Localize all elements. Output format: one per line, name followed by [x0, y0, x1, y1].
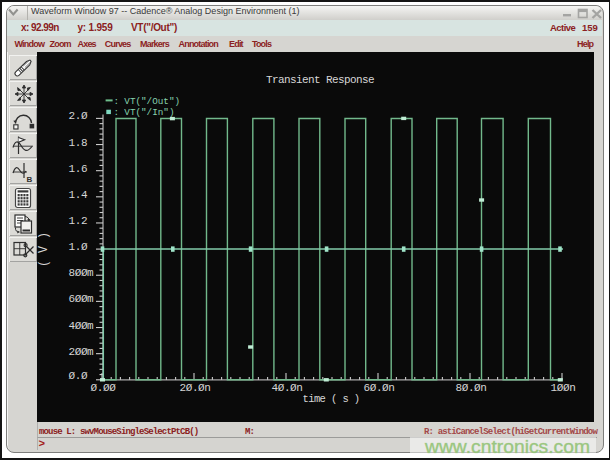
svg-text::: : [114, 107, 120, 118]
svg-text:1.2: 1.2 [69, 215, 88, 227]
svg-text:time ( s ): time ( s ) [302, 393, 359, 405]
svg-text:B: B [26, 175, 32, 184]
svg-text:8Ø.Øn: 8Ø.Øn [455, 382, 486, 394]
svg-text:6Ø.Øn: 6Ø.Øn [363, 382, 394, 394]
svg-text:6ØØm: 6ØØm [69, 293, 95, 305]
svg-text:2.Ø: 2.Ø [69, 110, 88, 122]
svg-text:4ØØm: 4ØØm [69, 320, 95, 332]
svg-text:1ØØn: 1ØØn [551, 382, 576, 394]
svg-text:1.4: 1.4 [69, 189, 88, 201]
svg-text:Ø.Ø: Ø.Ø [69, 370, 88, 382]
svg-text:1.6: 1.6 [69, 163, 88, 175]
svg-text::: : [114, 96, 120, 107]
svg-text:1.8: 1.8 [69, 137, 88, 149]
svg-text:VT("/In"): VT("/In") [124, 107, 174, 118]
svg-text:1.Ø: 1.Ø [69, 241, 88, 253]
svg-text:www.cntronics.com: www.cntronics.com [424, 437, 590, 457]
svg-text:Transient Response: Transient Response [266, 74, 374, 86]
svg-text:2Ø.Øn: 2Ø.Øn [179, 382, 210, 394]
svg-text:2ØØm: 2ØØm [69, 346, 95, 358]
svg-text:8ØØm: 8ØØm [69, 267, 95, 279]
svg-text:Ø.ØØ: Ø.ØØ [91, 382, 117, 394]
svg-text:VT("/Out"): VT("/Out") [124, 96, 180, 107]
svg-text:4Ø.Øn: 4Ø.Øn [271, 382, 302, 394]
svg-text:( V ): ( V ) [37, 232, 51, 267]
